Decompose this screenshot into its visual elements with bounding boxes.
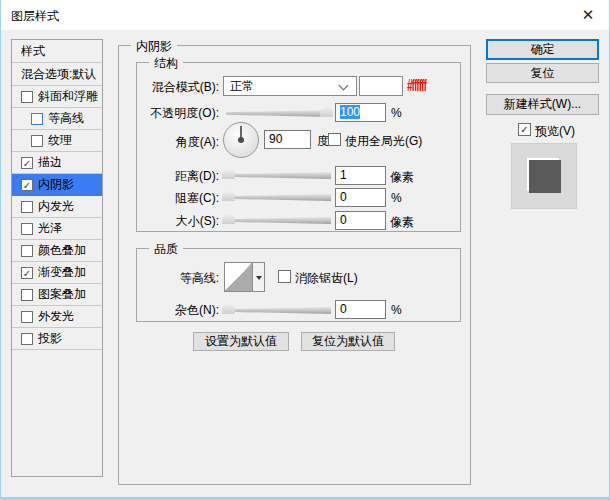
- checkbox-outer-glow[interactable]: [21, 311, 33, 323]
- sidebar-item-texture[interactable]: 纹理: [12, 130, 102, 152]
- choke-unit: %: [391, 191, 402, 205]
- new-style-button[interactable]: 新建样式(W)...: [486, 94, 599, 115]
- blend-mode-label: 混合模式(B):: [121, 79, 219, 96]
- contour-picker[interactable]: [224, 262, 265, 292]
- checkbox-contour[interactable]: [31, 113, 43, 125]
- panel-title: 内阴影: [131, 38, 177, 55]
- set-default-button[interactable]: 设置为默认值: [193, 332, 289, 351]
- checkbox-inner-shadow[interactable]: ✓: [21, 179, 33, 191]
- antialias-checkbox[interactable]: [278, 270, 291, 283]
- shadow-color-swatch[interactable]: [359, 76, 403, 96]
- sidebar-item-blending-options[interactable]: 混合选项:默认: [12, 63, 102, 86]
- checkbox-inner-glow[interactable]: [21, 201, 33, 213]
- noise-label: 杂色(N):: [121, 302, 219, 319]
- use-global-light-checkbox[interactable]: [328, 133, 341, 146]
- contour-thumbnail: [225, 263, 252, 291]
- checkbox-pattern-overlay[interactable]: [21, 289, 33, 301]
- opacity-input[interactable]: 100: [335, 103, 386, 122]
- sidebar-item-inner-glow[interactable]: 内发光: [12, 196, 102, 218]
- chevron-down-icon: [339, 81, 349, 91]
- distance-unit: 像素: [390, 169, 414, 186]
- close-icon[interactable]: ✕: [573, 2, 603, 28]
- angle-dial[interactable]: [223, 122, 259, 158]
- quality-group-title: 品质: [149, 241, 183, 258]
- size-label: 大小(S):: [121, 213, 219, 230]
- sidebar-item-stroke[interactable]: ✓ 描边: [12, 152, 102, 174]
- contour-label: 等高线:: [121, 270, 219, 287]
- angle-label: 角度(A):: [121, 134, 219, 151]
- preview-checkbox[interactable]: ✓: [518, 123, 531, 136]
- reset-default-button[interactable]: 复位为默认值: [301, 332, 395, 351]
- dialog-title: 图层样式: [11, 8, 59, 25]
- noise-unit: %: [391, 303, 402, 317]
- size-input[interactable]: 0: [335, 211, 386, 230]
- ok-button[interactable]: 确定: [486, 39, 599, 60]
- titlebar: 图层样式 ✕: [1, 0, 609, 30]
- antialias-label: 消除锯齿(L): [295, 270, 358, 287]
- opacity-unit: %: [391, 106, 402, 120]
- checkbox-stroke[interactable]: ✓: [21, 157, 33, 169]
- checkbox-texture[interactable]: [31, 135, 43, 147]
- sidebar-item-inner-shadow[interactable]: ✓ 内阴影: [12, 174, 102, 196]
- layer-style-dialog: 图层样式 ✕ 样式 混合选项:默认 斜面和浮雕 等高线 纹理: [0, 0, 610, 500]
- use-global-light-label: 使用全局光(G): [345, 133, 422, 150]
- sidebar-item-drop-shadow[interactable]: 投影: [12, 328, 102, 350]
- blend-mode-select[interactable]: 正常: [223, 76, 357, 96]
- size-unit: 像素: [390, 214, 414, 231]
- dialog-body: 样式 混合选项:默认 斜面和浮雕 等高线 纹理 ✓ 描边 ✓: [1, 30, 609, 497]
- preview-label: 预览(V): [535, 123, 575, 140]
- noise-input[interactable]: 0: [335, 300, 386, 319]
- distance-label: 距离(D):: [121, 168, 219, 185]
- choke-input[interactable]: 0: [335, 188, 386, 207]
- sidebar-item-contour[interactable]: 等高线: [12, 108, 102, 130]
- styles-sidebar: 样式 混合选项:默认 斜面和浮雕 等高线 纹理 ✓ 描边 ✓: [11, 39, 103, 477]
- choke-label: 阻塞(C):: [121, 190, 219, 207]
- checkbox-satin[interactable]: [21, 223, 33, 235]
- sidebar-item-bevel-emboss[interactable]: 斜面和浮雕: [12, 86, 102, 108]
- sidebar-item-outer-glow[interactable]: 外发光: [12, 306, 102, 328]
- checkbox-gradient-overlay[interactable]: ✓: [21, 267, 33, 279]
- checkbox-bevel-emboss[interactable]: [21, 91, 33, 103]
- opacity-label: 不透明度(O):: [121, 105, 219, 122]
- distance-input[interactable]: 1: [335, 166, 386, 185]
- sidebar-item-satin[interactable]: 光泽: [12, 218, 102, 240]
- checkbox-drop-shadow[interactable]: [21, 333, 33, 345]
- contour-dropdown-arrow-icon[interactable]: [252, 263, 264, 291]
- checkbox-color-overlay[interactable]: [21, 245, 33, 257]
- reset-button[interactable]: 复位: [486, 63, 599, 83]
- preview-swatch: [511, 143, 577, 209]
- angle-hub: [238, 137, 244, 143]
- sidebar-item-pattern-overlay[interactable]: 图案叠加: [12, 284, 102, 306]
- sidebar-item-styles[interactable]: 样式: [12, 40, 102, 63]
- sidebar-item-gradient-overlay[interactable]: ✓ 渐变叠加: [12, 262, 102, 284]
- sidebar-item-color-overlay[interactable]: 颜色叠加: [12, 240, 102, 262]
- structure-group-title: 结构: [149, 55, 183, 72]
- preview-inner-square: [529, 160, 561, 193]
- angle-input[interactable]: 90: [264, 130, 311, 149]
- color-annotation: #ffffff: [407, 77, 426, 95]
